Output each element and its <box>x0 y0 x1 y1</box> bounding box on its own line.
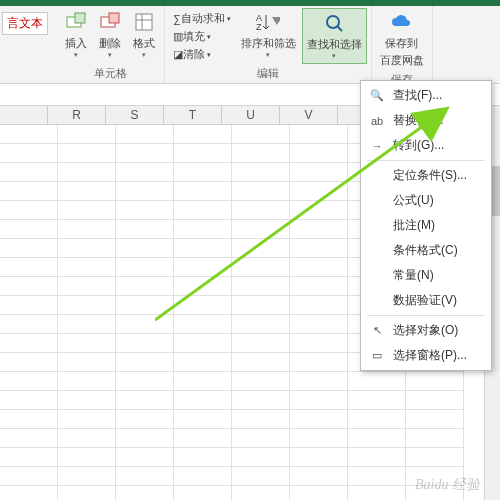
cell[interactable] <box>348 429 406 448</box>
cell[interactable] <box>0 277 58 296</box>
cell[interactable] <box>232 296 290 315</box>
cell[interactable] <box>58 220 116 239</box>
cell[interactable] <box>58 239 116 258</box>
cell[interactable] <box>174 163 232 182</box>
cell[interactable] <box>116 220 174 239</box>
cell[interactable] <box>0 125 58 144</box>
menu-item[interactable]: 定位条件(S)... <box>361 163 491 188</box>
cell[interactable] <box>0 220 58 239</box>
column-header[interactable]: V <box>280 106 338 124</box>
cell[interactable] <box>174 201 232 220</box>
cell[interactable] <box>232 277 290 296</box>
cell[interactable] <box>58 486 116 500</box>
cell[interactable] <box>0 182 58 201</box>
cell[interactable] <box>232 125 290 144</box>
cell[interactable] <box>348 448 406 467</box>
menu-item[interactable]: ab替换(R)... <box>361 108 491 133</box>
cell[interactable] <box>290 125 348 144</box>
cell[interactable] <box>116 410 174 429</box>
cell[interactable] <box>174 296 232 315</box>
cell[interactable] <box>290 182 348 201</box>
menu-item[interactable]: 数据验证(V) <box>361 288 491 313</box>
baidu-save-button[interactable]: 保存到 百度网盘 <box>376 8 428 70</box>
menu-item[interactable]: 公式(U) <box>361 188 491 213</box>
cell[interactable] <box>232 182 290 201</box>
cell[interactable] <box>174 125 232 144</box>
cell[interactable] <box>290 201 348 220</box>
cell[interactable] <box>174 315 232 334</box>
format-button[interactable]: 格式 ▾ <box>128 8 160 64</box>
cell[interactable] <box>0 296 58 315</box>
cell[interactable] <box>174 429 232 448</box>
cell[interactable] <box>0 391 58 410</box>
cell[interactable] <box>58 391 116 410</box>
menu-item[interactable]: 条件格式(C) <box>361 238 491 263</box>
cell[interactable] <box>290 334 348 353</box>
cell[interactable] <box>290 220 348 239</box>
cell[interactable] <box>290 296 348 315</box>
cell[interactable] <box>116 163 174 182</box>
cell[interactable] <box>58 315 116 334</box>
column-header[interactable]: R <box>48 106 106 124</box>
cell[interactable] <box>0 201 58 220</box>
cell[interactable] <box>290 372 348 391</box>
cell[interactable] <box>0 144 58 163</box>
cell[interactable] <box>232 448 290 467</box>
cell[interactable] <box>58 372 116 391</box>
cell[interactable] <box>174 144 232 163</box>
cell[interactable] <box>58 410 116 429</box>
cell[interactable] <box>174 486 232 500</box>
cell[interactable] <box>290 239 348 258</box>
cell[interactable] <box>116 448 174 467</box>
cell[interactable] <box>58 125 116 144</box>
cell[interactable] <box>232 201 290 220</box>
cell[interactable] <box>116 277 174 296</box>
cell[interactable] <box>58 353 116 372</box>
cell[interactable] <box>0 486 58 500</box>
delete-button[interactable]: 删除 ▾ <box>94 8 126 64</box>
autosum-button[interactable]: ∑ 自动求和 ▾ <box>171 10 233 27</box>
cell[interactable] <box>116 372 174 391</box>
cell[interactable] <box>174 467 232 486</box>
cell[interactable] <box>232 467 290 486</box>
cell[interactable] <box>0 429 58 448</box>
cell[interactable] <box>406 448 464 467</box>
cell[interactable] <box>290 410 348 429</box>
cell[interactable] <box>58 201 116 220</box>
cell[interactable] <box>290 448 348 467</box>
cell[interactable] <box>116 353 174 372</box>
cell[interactable] <box>406 429 464 448</box>
cell[interactable] <box>290 486 348 500</box>
cell[interactable] <box>116 315 174 334</box>
cell[interactable] <box>174 372 232 391</box>
cell[interactable] <box>58 467 116 486</box>
cell[interactable] <box>348 372 406 391</box>
cell[interactable] <box>232 334 290 353</box>
cell[interactable] <box>174 258 232 277</box>
column-header[interactable]: T <box>164 106 222 124</box>
insert-button[interactable]: 插入 ▾ <box>60 8 92 64</box>
cell[interactable] <box>174 391 232 410</box>
cell[interactable] <box>116 391 174 410</box>
cell[interactable] <box>406 410 464 429</box>
cell[interactable] <box>0 239 58 258</box>
menu-item[interactable]: ↖选择对象(O) <box>361 318 491 343</box>
cell[interactable] <box>0 467 58 486</box>
cell[interactable] <box>232 239 290 258</box>
cell[interactable] <box>232 315 290 334</box>
cell[interactable] <box>174 277 232 296</box>
cell[interactable] <box>174 334 232 353</box>
cell[interactable] <box>232 220 290 239</box>
cell[interactable] <box>58 429 116 448</box>
cell[interactable] <box>290 144 348 163</box>
cell[interactable] <box>232 258 290 277</box>
cell[interactable] <box>0 258 58 277</box>
cell[interactable] <box>116 258 174 277</box>
cell[interactable] <box>290 258 348 277</box>
find-select-button[interactable]: 查找和选择 ▾ <box>302 8 367 64</box>
cell[interactable] <box>58 277 116 296</box>
cell[interactable] <box>116 201 174 220</box>
menu-item[interactable]: 批注(M) <box>361 213 491 238</box>
cell[interactable] <box>0 315 58 334</box>
cell[interactable] <box>348 486 406 500</box>
